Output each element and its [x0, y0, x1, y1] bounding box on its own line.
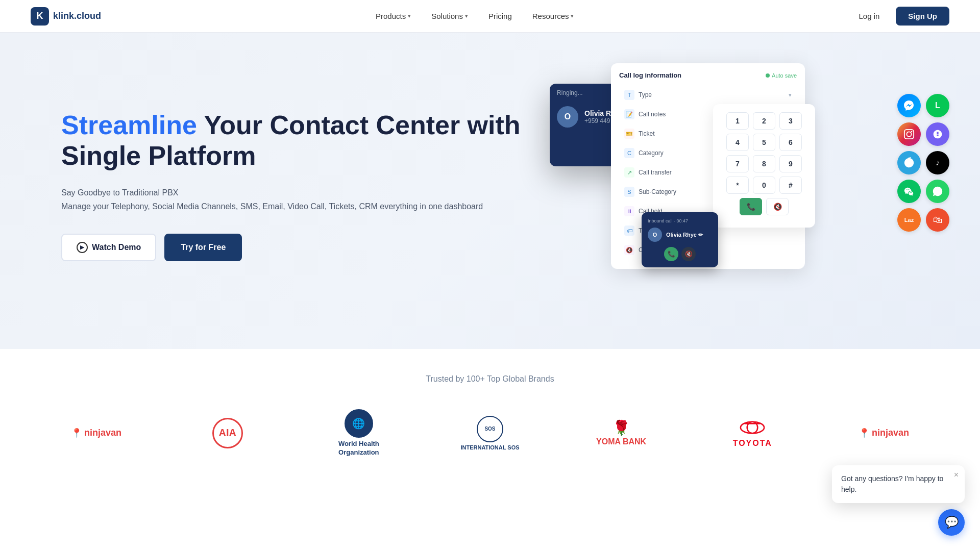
keypad-row-4: * 0 # [721, 177, 807, 194]
key-0[interactable]: 0 [753, 177, 775, 194]
call-notes-icon: 📝 [624, 109, 634, 119]
try-free-button[interactable]: Try for Free [164, 234, 242, 261]
chat-close-button[interactable]: × [954, 470, 959, 480]
pin-icon: 📍 [71, 428, 82, 439]
key-5[interactable]: 5 [753, 134, 775, 151]
logo-international-sos: SOS INTERNATIONAL SOS [424, 411, 555, 456]
auto-save: Auto save [766, 72, 797, 79]
log-title: Call log information [619, 71, 681, 79]
ui-mockup: Ringing... ✕ O Olivia Rhye +959 449 123 … [550, 63, 949, 308]
log-type-dropdown[interactable]: T Type ▾ [619, 86, 797, 104]
auto-save-dot [766, 73, 770, 78]
call-hold-icon: ⏸ [624, 206, 634, 216]
call-transfer-icon: ↗ [624, 167, 634, 178]
chat-message: Got any questions? I'm happy to help. [841, 473, 955, 488]
signup-button[interactable]: Sign Up [896, 7, 949, 26]
whatsapp-icon[interactable] [926, 180, 949, 203]
nav-links: Products ▾ Solutions ▾ Pricing Resources… [368, 8, 582, 24]
chevron-down-icon: ▾ [465, 13, 468, 19]
nav-actions: Log in Sign Up [848, 7, 949, 26]
keypad-row-1: 1 2 3 [721, 112, 807, 130]
hero-title: Streamline Your Contact Center with Sing… [61, 110, 550, 171]
social-row-3: ♪ [897, 151, 949, 174]
key-9[interactable]: 9 [779, 155, 802, 172]
line-icon[interactable]: L [926, 94, 949, 117]
hero-buttons: ▶ Watch Demo Try for Free [61, 234, 550, 261]
key-8[interactable]: 8 [753, 155, 775, 172]
nav-pricing[interactable]: Pricing [480, 8, 520, 24]
key-4[interactable]: 4 [726, 134, 749, 151]
tags-icon: 🏷 [624, 226, 634, 236]
subcategory-icon: S [624, 187, 634, 197]
logo-icon: K [31, 7, 49, 26]
tiktok-icon[interactable]: ♪ [926, 151, 949, 174]
chat-widget: × Got any questions? I'm happy to help. … [832, 465, 965, 488]
trusted-title: Trusted by 100+ Top Global Brands [31, 374, 949, 384]
keypad-row-2: 4 5 6 [721, 134, 807, 151]
hero-right: Ringing... ✕ O Olivia Rhye +959 449 123 … [550, 63, 949, 308]
lazada-icon[interactable]: Laz [897, 208, 921, 232]
nav-solutions[interactable]: Solutions ▾ [423, 8, 476, 24]
nav-products[interactable]: Products ▾ [368, 8, 419, 24]
chevron-down-icon: ▾ [571, 13, 574, 19]
key-hash[interactable]: # [779, 177, 802, 194]
chevron-down-icon: ▾ [789, 92, 792, 98]
shopee-icon[interactable]: 🛍 [926, 208, 949, 232]
key-3[interactable]: 3 [779, 112, 802, 130]
key-6[interactable]: 6 [779, 134, 802, 151]
key-star[interactable]: * [726, 177, 749, 194]
play-icon: ▶ [77, 242, 88, 253]
chevron-down-icon: ▾ [408, 13, 411, 19]
social-row-1: L [897, 94, 949, 117]
logo-link[interactable]: K klink.cloud [31, 7, 101, 26]
watch-demo-button[interactable]: ▶ Watch Demo [61, 234, 156, 261]
svg-rect-0 [904, 130, 914, 139]
log-header: Call log information Auto save [619, 71, 797, 79]
type-icon: T [624, 90, 634, 100]
social-row-4 [897, 180, 949, 203]
logo-ninjavan-2: 📍 ninjavan [818, 422, 949, 444]
messenger-icon[interactable] [897, 94, 921, 117]
pin-icon-2: 📍 [859, 428, 870, 439]
call-mute-icon: 🔇 [624, 245, 634, 255]
keypad-call-button[interactable]: 📞 [740, 198, 762, 215]
mini-mute-button[interactable]: 🔇 [681, 247, 696, 261]
mini-call-actions: 📞 🔇 [648, 247, 712, 261]
chat-popup: × Got any questions? I'm happy to help. [832, 465, 965, 488]
mini-caller-info: O Olivia Rhye ✏ [648, 228, 712, 242]
wechat-icon[interactable] [897, 180, 921, 203]
logo-strip: 📍 ninjavan AIA 🌐 World HealthOrganizatio… [31, 404, 949, 462]
logo-toyota: TOYOTA [687, 413, 818, 453]
key-7[interactable]: 7 [726, 155, 749, 172]
keypad-row-3: 7 8 9 [721, 155, 807, 172]
mini-avatar: O [648, 228, 662, 242]
navbar: K klink.cloud Products ▾ Solutions ▾ Pri… [0, 0, 980, 33]
logo-who: 🌐 World HealthOrganization [293, 404, 424, 462]
mini-contact-card: Inbound call - 00:47 O Olivia Rhye ✏ 📞 🔇 [642, 212, 718, 267]
viber-icon[interactable] [926, 122, 949, 146]
logo-ninjavan-1: 📍 ninjavan [31, 422, 162, 444]
hero-left: Streamline Your Contact Center with Sing… [61, 110, 550, 261]
instagram-icon[interactable] [897, 122, 921, 146]
hero-subtitle: Say Goodbye to Traditional PBX Manage yo… [61, 186, 550, 213]
logo-yoma-bank: 🌹 YOMA BANK [556, 414, 687, 452]
svg-point-1 [906, 132, 911, 136]
mini-caller-name: Olivia Rhye ✏ [666, 232, 703, 238]
social-icons-panel: L ♪ [897, 94, 949, 232]
keypad-panel: 1 2 3 4 5 6 7 8 9 * 0 # [713, 104, 815, 228]
key-2[interactable]: 2 [753, 112, 775, 130]
hero-section: Streamline Your Contact Center with Sing… [0, 33, 980, 349]
logo-text: klink.cloud [53, 11, 101, 21]
category-icon: C [624, 148, 634, 158]
keypad-mute-button[interactable]: 🔇 [766, 198, 789, 215]
svg-point-2 [911, 131, 913, 133]
telegram-icon[interactable] [897, 151, 921, 174]
key-1[interactable]: 1 [726, 112, 749, 130]
nav-resources[interactable]: Resources ▾ [524, 8, 582, 24]
social-row-2 [897, 122, 949, 146]
mini-accept-button[interactable]: 📞 [664, 247, 678, 261]
login-button[interactable]: Log in [848, 8, 890, 24]
ticket-icon: 🎫 [624, 129, 634, 139]
logo-aia: AIA [162, 413, 293, 454]
keypad-call-row: 📞 🔇 [721, 198, 807, 215]
